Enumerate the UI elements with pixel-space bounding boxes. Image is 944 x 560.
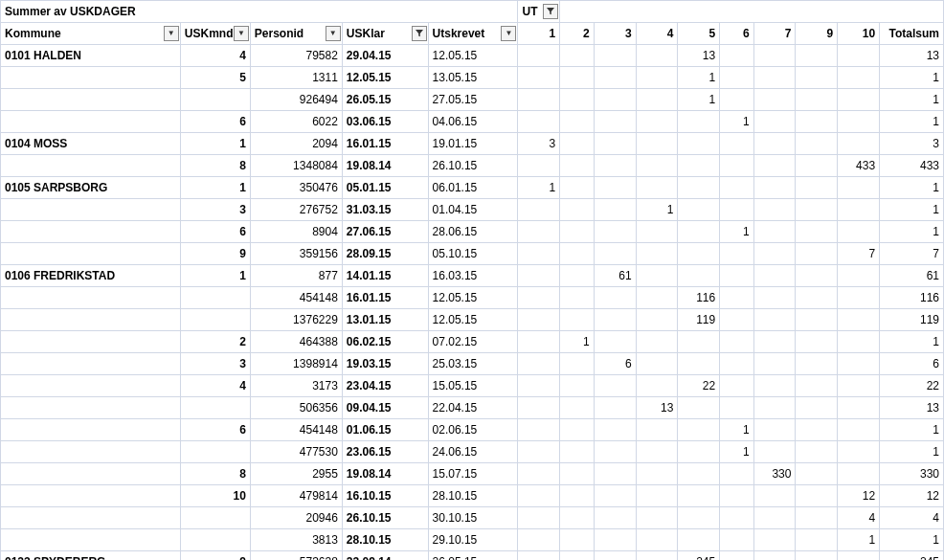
col-usklar[interactable]: USKlar bbox=[342, 23, 428, 45]
cell-rowtotal: 1 bbox=[880, 67, 944, 89]
dropdown-icon[interactable]: ▼ bbox=[326, 26, 341, 41]
cell-value bbox=[636, 463, 678, 485]
cell-rowtotal: 7 bbox=[880, 243, 944, 265]
cell-kommune bbox=[1, 397, 181, 419]
cell-value bbox=[594, 375, 636, 397]
cell-rowtotal: 245 bbox=[880, 551, 944, 561]
cell-utskrevet: 15.05.15 bbox=[428, 375, 518, 397]
filter-icon[interactable] bbox=[543, 4, 558, 19]
cell-usklar: 27.06.15 bbox=[342, 221, 428, 243]
col-1: 1 bbox=[518, 23, 560, 45]
cell-value bbox=[720, 155, 753, 177]
cell-uskmnd: 1 bbox=[180, 177, 250, 199]
cell-kommune bbox=[1, 221, 181, 243]
cell-utskrevet: 12.05.15 bbox=[428, 45, 518, 67]
cell-value bbox=[636, 177, 678, 199]
cell-value bbox=[636, 507, 678, 529]
cell-value: 13 bbox=[678, 45, 720, 67]
cell-personid: 1398914 bbox=[250, 353, 342, 375]
col-personid[interactable]: Personid▼ bbox=[250, 23, 342, 45]
cell-kommune bbox=[1, 529, 181, 551]
col-uskmnd[interactable]: USKmnd▼ bbox=[180, 23, 250, 45]
cell-value bbox=[720, 243, 753, 265]
cell-utskrevet: 19.01.15 bbox=[428, 133, 518, 155]
cell-value bbox=[720, 397, 753, 419]
dropdown-icon[interactable]: ▼ bbox=[234, 26, 249, 41]
cell-value: 1 bbox=[720, 111, 753, 133]
cell-value bbox=[720, 45, 753, 67]
filter-icon[interactable] bbox=[412, 26, 427, 41]
dropdown-icon[interactable]: ▼ bbox=[501, 26, 516, 41]
col-utskrevet[interactable]: Utskrevet▼ bbox=[428, 23, 518, 45]
cell-value bbox=[636, 155, 678, 177]
cell-usklar: 19.03.15 bbox=[342, 353, 428, 375]
table-title: Summer av USKDAGER bbox=[1, 1, 518, 23]
cell-value bbox=[560, 243, 594, 265]
cell-value bbox=[678, 265, 720, 287]
cell-personid: 479814 bbox=[250, 485, 342, 507]
cell-rowtotal: 330 bbox=[880, 463, 944, 485]
cell-value bbox=[838, 221, 880, 243]
cell-utskrevet: 13.05.15 bbox=[428, 67, 518, 89]
cell-value bbox=[560, 463, 594, 485]
cell-kommune: 0105 SARPSBORG bbox=[1, 177, 181, 199]
cell-value bbox=[594, 89, 636, 111]
cell-personid: 454148 bbox=[250, 287, 342, 309]
cell-value bbox=[720, 463, 753, 485]
cell-kommune bbox=[1, 89, 181, 111]
cell-value bbox=[636, 133, 678, 155]
cell-value bbox=[636, 221, 678, 243]
cell-value bbox=[636, 441, 678, 463]
table-row: 6890427.06.1528.06.1511 bbox=[1, 221, 944, 243]
cell-uskmnd: 4 bbox=[180, 375, 250, 397]
cell-value bbox=[796, 287, 838, 309]
cell-value bbox=[594, 529, 636, 551]
cell-usklar: 01.06.15 bbox=[342, 419, 428, 441]
cell-value: 1 bbox=[720, 221, 753, 243]
cell-value bbox=[796, 177, 838, 199]
cell-value bbox=[753, 353, 796, 375]
table-row: 5131112.05.1513.05.1511 bbox=[1, 67, 944, 89]
ut-header[interactable]: UT bbox=[518, 1, 560, 23]
cell-personid: 6022 bbox=[250, 111, 342, 133]
cell-value bbox=[518, 67, 560, 89]
cell-utskrevet: 05.10.15 bbox=[428, 243, 518, 265]
cell-rowtotal: 6 bbox=[880, 353, 944, 375]
cell-value bbox=[560, 507, 594, 529]
cell-kommune bbox=[1, 507, 181, 529]
cell-value bbox=[560, 45, 594, 67]
cell-value bbox=[594, 45, 636, 67]
cell-kommune: 0106 FREDRIKSTAD bbox=[1, 265, 181, 287]
cell-utskrevet: 07.02.15 bbox=[428, 331, 518, 353]
cell-value bbox=[753, 45, 796, 67]
col-6: 6 bbox=[720, 23, 753, 45]
dropdown-icon[interactable]: ▼ bbox=[164, 26, 179, 41]
cell-personid: 3173 bbox=[250, 375, 342, 397]
cell-value bbox=[560, 397, 594, 419]
cell-value bbox=[594, 331, 636, 353]
col-kommune[interactable]: Kommune▼ bbox=[1, 23, 181, 45]
cell-value bbox=[838, 45, 880, 67]
cell-value bbox=[753, 507, 796, 529]
cell-value bbox=[560, 221, 594, 243]
cell-value bbox=[720, 265, 753, 287]
cell-value bbox=[636, 309, 678, 331]
cell-value bbox=[838, 331, 880, 353]
cell-value bbox=[518, 111, 560, 133]
cell-value bbox=[796, 419, 838, 441]
cell-value bbox=[560, 529, 594, 551]
cell-value bbox=[636, 485, 678, 507]
col-10: 10 bbox=[838, 23, 880, 45]
cell-value bbox=[518, 551, 560, 561]
cell-utskrevet: 29.10.15 bbox=[428, 529, 518, 551]
cell-value bbox=[518, 441, 560, 463]
cell-value bbox=[560, 111, 594, 133]
cell-value bbox=[753, 551, 796, 561]
cell-kommune bbox=[1, 419, 181, 441]
cell-value bbox=[518, 155, 560, 177]
cell-value bbox=[518, 375, 560, 397]
cell-utskrevet: 26.05.15 bbox=[428, 551, 518, 561]
cell-utskrevet: 22.04.15 bbox=[428, 397, 518, 419]
cell-personid: 1376229 bbox=[250, 309, 342, 331]
cell-value: 1 bbox=[678, 89, 720, 111]
